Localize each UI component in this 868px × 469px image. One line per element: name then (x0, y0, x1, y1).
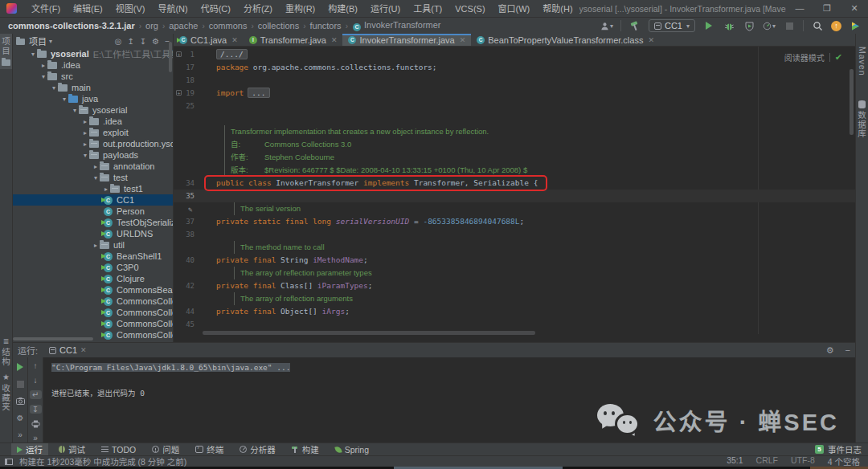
tree-item-cc1[interactable]: CCC1 (13, 194, 173, 206)
menu-item[interactable]: 编辑(E) (67, 0, 109, 18)
doc-comment-line[interactable]: Transformer implementation that creates … (174, 125, 855, 138)
editor-tab-beantopropertyvaluetransformer-class[interactable]: CBeanToPropertyValueTransformer.class✕ (471, 34, 660, 46)
code-line[interactable]: 38 (174, 228, 855, 241)
settings-icon[interactable]: ⚙ (14, 412, 27, 423)
tree-expand-arrow[interactable]: ▸ (92, 242, 100, 249)
toolwindow-button-问题[interactable]: 问题 (146, 443, 185, 456)
tree-item-test[interactable]: ▾test (13, 172, 173, 183)
menu-item[interactable]: VCS(S) (448, 0, 491, 18)
doc-comment-line[interactable]: The method name to call (174, 241, 855, 254)
close-icon[interactable]: ✕ (331, 36, 338, 44)
code-line[interactable]: 18 (174, 74, 855, 87)
toolwindow-button-运行[interactable]: 运行 (11, 443, 48, 456)
close-icon[interactable]: ✕ (231, 36, 238, 44)
gear-icon[interactable]: ⚙ (152, 37, 159, 46)
tree-item-java[interactable]: ▾java (13, 93, 173, 104)
more-actions-icon[interactable]: » (30, 434, 42, 442)
editor-tab-transformer-java[interactable]: ITransformer.java✕ (244, 34, 343, 46)
tree-item-clojure[interactable]: CClojure (13, 273, 173, 284)
tree-item-util[interactable]: ▸util (13, 239, 173, 251)
chevron-down-icon[interactable]: ▾ (49, 38, 52, 45)
locate-file-icon[interactable]: ◎ (115, 37, 122, 46)
toolwindow-button-todo[interactable]: TODO (96, 443, 141, 456)
tree-expand-arrow[interactable]: ▸ (81, 141, 89, 148)
code-line[interactable]: 25 (174, 100, 855, 112)
breadcrumb-item[interactable]: functors (309, 21, 341, 31)
user-profile-icon[interactable]: ▾ (600, 19, 613, 32)
console-line[interactable]: "C:\Program Files\Java\jdk1.8.0_65\bin\j… (51, 361, 855, 374)
tree-expand-arrow[interactable]: ▸ (102, 186, 110, 193)
menu-item[interactable]: 构建(B) (321, 0, 364, 18)
doc-comment-line[interactable]: The array of reflection arguments (174, 292, 855, 305)
encoding-indicator[interactable]: UTF-8 (791, 455, 815, 467)
menu-item[interactable]: 帮助(H) (536, 0, 579, 18)
project-panel-title[interactable]: 项目 (29, 35, 47, 47)
menu-item[interactable]: 窗口(W) (492, 0, 537, 18)
tree-expand-arrow[interactable]: ▾ (39, 73, 47, 80)
gear-icon[interactable]: ⚙ (826, 345, 834, 356)
tree-item-payloads[interactable]: ▾payloads (13, 149, 173, 161)
doc-comment-line[interactable]: ✎The serial version (174, 202, 855, 215)
toolwindow-button-spring[interactable]: Spring (330, 443, 375, 456)
tree-item-annotation[interactable]: ▸annotation (13, 161, 173, 172)
breadcrumb-item[interactable]: org (145, 21, 158, 31)
search-everywhere-icon[interactable] (811, 19, 824, 32)
sidebar-item-structure[interactable]: ≣ 结构 (0, 334, 12, 369)
minimize-panel-icon[interactable]: − (845, 345, 850, 356)
fold-marker-icon[interactable]: + (176, 90, 182, 96)
sidebar-item-maven[interactable]: Maven (856, 43, 868, 80)
tree-item-c3p0[interactable]: CC3P0 (13, 262, 173, 273)
editor-tab-cc1-java[interactable]: CCC1.java✕ (174, 34, 244, 46)
menu-item[interactable]: 重构(R) (279, 0, 321, 18)
tree-item-commonscollections3[interactable]: CCommonsCollections3 (13, 318, 173, 329)
close-button[interactable]: ✕ (841, 0, 868, 18)
breadcrumb-item[interactable]: apache (169, 21, 198, 31)
tree-expand-arrow[interactable]: ▾ (92, 174, 100, 181)
editor-horizontal-scrollbar[interactable] (203, 331, 535, 335)
tree-expand-arrow[interactable]: ▸ (92, 163, 100, 170)
run-with-coverage-icon[interactable] (743, 19, 755, 32)
dump-threads-icon[interactable] (14, 395, 27, 406)
editor-vertical-scrollbar[interactable] (850, 69, 854, 135)
toolwindow-button-分析器[interactable]: 分析器 (234, 443, 281, 456)
menu-item[interactable]: 文件(F) (25, 0, 67, 18)
caret-position[interactable]: 35:1 (727, 455, 743, 467)
sidebar-item-favorites[interactable]: ★ 收藏夹 (0, 369, 12, 415)
minimize-button[interactable]: — (786, 0, 813, 18)
console-line[interactable]: 进程已结束，退出代码为 0 (51, 387, 855, 400)
menu-item[interactable]: 代码(C) (194, 0, 237, 18)
profiler-icon[interactable]: ▾ (763, 19, 776, 32)
editor-tab-invokertransformer-java[interactable]: CInvokerTransformer.java✕ (342, 34, 471, 46)
stop-button[interactable] (783, 19, 796, 32)
run-tab[interactable]: CC1 ✕ (49, 345, 87, 355)
prev-occurrence-icon[interactable]: ↑ (30, 361, 42, 370)
run-button[interactable] (702, 19, 715, 32)
code-line[interactable]: 1+/.../ (174, 48, 855, 61)
toolwindow-button-构建[interactable]: 构建 (286, 443, 325, 456)
breadcrumb-item[interactable]: commons (209, 21, 248, 31)
tree-item-urldns[interactable]: CURLDNS (13, 228, 173, 239)
breadcrumb-item[interactable]: commons-collections-3.2.1.jar (8, 21, 135, 31)
rerun-button[interactable] (14, 361, 27, 373)
tree-item-ysoserial[interactable]: ▾ysoserialE:\工作栏\工具\工具集合\1.web工 (13, 48, 173, 59)
tree-item--idea[interactable]: ▸.idea (13, 59, 173, 71)
run-configuration-select[interactable]: CC1 ▾ (649, 19, 695, 32)
menu-item[interactable]: 工具(T) (407, 0, 448, 18)
sidebar-item-database[interactable]: 数据库 (856, 97, 868, 142)
toolwindow-button-调试[interactable]: 调试 (53, 443, 91, 456)
code-line[interactable]: 35 (174, 190, 855, 202)
code-line[interactable]: 37private static final long serialVersio… (174, 215, 855, 228)
line-ending-indicator[interactable]: CRLF (756, 455, 778, 467)
print-icon[interactable] (30, 419, 42, 428)
tree-item-commonsbeanutils1[interactable]: CCommonsBeanutils1 (13, 284, 173, 296)
tree-item-src[interactable]: ▾src (13, 71, 173, 82)
tree-item-test1[interactable]: ▸test1 (13, 183, 173, 194)
tree-item--idea[interactable]: ▸.idea (13, 116, 173, 127)
tree-item-out-production-ysoserial[interactable]: ▸out.production.ysoserial (13, 138, 173, 149)
doc-comment-line[interactable]: The array of reflection parameter types (174, 267, 855, 279)
tree-expand-arrow[interactable]: ▾ (29, 51, 37, 58)
indent-indicator[interactable]: 4 个空格 (828, 455, 860, 467)
doc-comment-line[interactable]: 自:Commons Collections 3.0 (174, 138, 855, 151)
soft-wrap-icon[interactable]: ↵ (30, 390, 42, 399)
code-line[interactable]: 45 (174, 318, 855, 331)
